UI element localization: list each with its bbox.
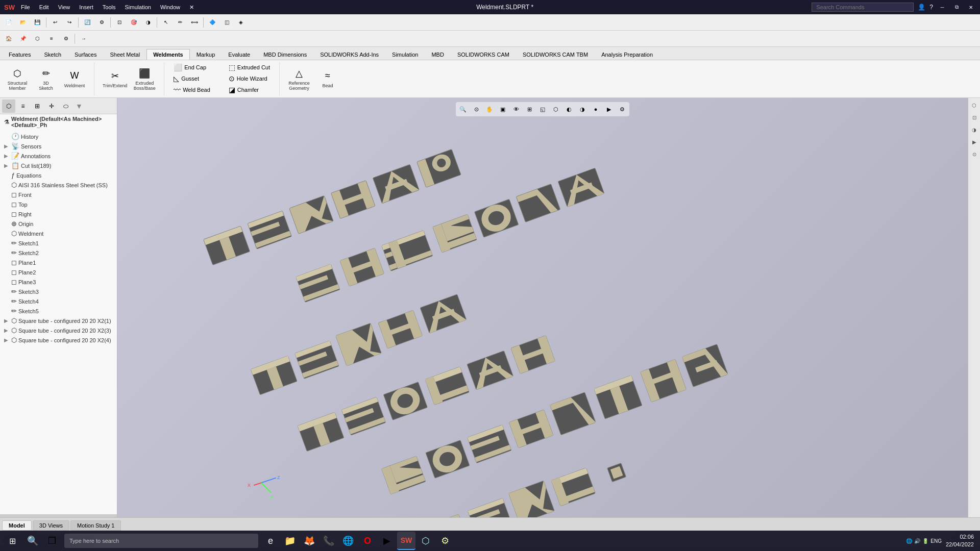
sketch-button[interactable]: ✏: [174, 16, 187, 29]
structural-member-button[interactable]: ⬡ StructuralMember: [4, 65, 31, 93]
bead-button[interactable]: ≈ Bead: [314, 68, 341, 90]
taskbar-media[interactable]: ▶: [378, 532, 396, 550]
tree-item-sensors[interactable]: ▶📡Sensors: [0, 141, 117, 151]
user-icon[interactable]: 👤: [918, 4, 925, 11]
tree-item-history[interactable]: 🕐History: [0, 132, 117, 141]
open-button[interactable]: 📂: [16, 16, 30, 29]
tree-item-sq-tube-1[interactable]: ▶⬡Square tube - configured 20 20 X2(1): [0, 316, 117, 325]
taskbar-app3[interactable]: ⚙: [436, 532, 454, 550]
cam-feature-icon[interactable]: ✛: [45, 99, 58, 113]
rp-btn3[interactable]: ◑: [969, 124, 979, 135]
tree-item-sketch2[interactable]: ✏Sketch2: [0, 248, 117, 258]
section-view-button[interactable]: ◫: [220, 16, 233, 29]
tab-analysis[interactable]: Analysis Preparation: [595, 49, 659, 60]
tb2-settings[interactable]: ⚙: [59, 32, 72, 45]
taskbar-edge[interactable]: e: [261, 532, 280, 550]
viewport[interactable]: 🔍 ⊙ ✋ ▣ 👁 ⊞ ◱ ⬡ ◐ ◑ ● ▶ ⚙: [117, 98, 968, 517]
tab-model[interactable]: Model: [2, 520, 32, 531]
tree-item-right[interactable]: ◻Right: [0, 209, 117, 219]
ref-geometry-button[interactable]: △ ReferenceGeometry: [286, 65, 312, 93]
hole-wizard-button[interactable]: ⊙ Hole Wizard: [226, 73, 271, 84]
feature-tree-icon[interactable]: ⬡: [2, 99, 15, 113]
trim-extend-button[interactable]: ✂ Trim/Extend: [101, 68, 129, 90]
rp-btn1[interactable]: ⬡: [969, 100, 979, 110]
tree-item-sketch5[interactable]: ✏Sketch5: [0, 306, 117, 316]
home-button[interactable]: 🏠: [2, 32, 15, 45]
dimension-button[interactable]: ⟺: [188, 16, 201, 29]
tab-motion-study[interactable]: Motion Study 1: [70, 520, 121, 531]
restore-button[interactable]: ⧉: [951, 2, 962, 12]
menu-file[interactable]: File: [17, 3, 34, 12]
tab-surfaces[interactable]: Surfaces: [68, 49, 103, 60]
search-bar[interactable]: Type here to search: [64, 534, 258, 548]
save-button[interactable]: 💾: [31, 16, 44, 29]
taskbar-explorer[interactable]: 📁: [281, 532, 299, 550]
zoom-fit-button[interactable]: ⊡: [113, 16, 126, 29]
undo-button[interactable]: ↩: [48, 16, 62, 29]
panel-resize-handle[interactable]: [0, 514, 117, 517]
view-orient-button[interactable]: 🎯: [127, 16, 140, 29]
taskbar-sw[interactable]: SW: [397, 532, 415, 550]
tab-simulation[interactable]: Simulation: [385, 49, 425, 60]
rp-btn5[interactable]: ⊙: [969, 149, 979, 159]
tab-features[interactable]: Features: [2, 49, 37, 60]
tree-item-plane3[interactable]: ◻Plane3: [0, 277, 117, 287]
tab-sw-cam[interactable]: SOLIDWORKS CAM: [451, 49, 516, 60]
close-button[interactable]: ✕: [966, 2, 976, 12]
menu-edit[interactable]: Edit: [35, 3, 53, 12]
new-button[interactable]: 📄: [2, 16, 15, 29]
tree-item-cut-list[interactable]: ▶📋Cut list(189): [0, 161, 117, 170]
tree-item-plane1[interactable]: ◻Plane1: [0, 258, 117, 267]
minimize-button[interactable]: ─: [937, 2, 947, 12]
select-button[interactable]: ↖: [159, 16, 173, 29]
material-button[interactable]: 🔷: [206, 16, 219, 29]
weld-bead-button[interactable]: 〰 Weld Bead: [170, 85, 213, 95]
tb2-btn1[interactable]: ⬡: [31, 32, 44, 45]
3dsketch-button[interactable]: ✏ 3DSketch: [33, 65, 59, 93]
display-manager-icon[interactable]: ⬭: [59, 99, 72, 113]
rp-btn4[interactable]: ▶: [969, 137, 979, 147]
tb2-btn2[interactable]: ≡: [45, 32, 58, 45]
command-search[interactable]: [812, 3, 914, 12]
tab-sheet-metal[interactable]: Sheet Metal: [103, 49, 146, 60]
lang-indicator[interactable]: ENG: [930, 538, 942, 544]
extruded-cut-button[interactable]: ⬚ Extruded Cut: [226, 62, 273, 72]
tab-sw-cam-tbm[interactable]: SOLIDWORKS CAM TBM: [516, 49, 595, 60]
tree-item-sketch4[interactable]: ✏Sketch4: [0, 296, 117, 306]
display-button[interactable]: ◑: [141, 16, 155, 29]
pin-button[interactable]: 📌: [16, 32, 30, 45]
start-button[interactable]: ⊞: [2, 531, 22, 551]
tree-item-equations[interactable]: ƒEquations: [0, 170, 117, 180]
tab-sketch[interactable]: Sketch: [37, 49, 68, 60]
taskbar-chrome[interactable]: 🌐: [339, 532, 357, 550]
rp-btn2[interactable]: ⊡: [969, 112, 979, 122]
tree-item-weldment[interactable]: ⬡Weldment: [0, 229, 117, 238]
extruded-boss-button[interactable]: ⬛ ExtrudedBoss/Base: [131, 65, 158, 93]
tree-item-plane2[interactable]: ◻Plane2: [0, 267, 117, 277]
tab-weldments[interactable]: Weldments: [146, 49, 189, 60]
taskbar-app2[interactable]: ⬡: [416, 532, 435, 550]
options-button[interactable]: ⚙: [95, 16, 108, 29]
menu-insert[interactable]: Insert: [75, 3, 97, 12]
tab-3dviews[interactable]: 3D Views: [33, 520, 69, 531]
taskbar-search[interactable]: 🔍: [23, 532, 42, 550]
tree-item-origin[interactable]: ⊕Origin: [0, 219, 117, 229]
taskbar-opera[interactable]: O: [358, 532, 377, 550]
menu-close[interactable]: ✕: [185, 3, 198, 12]
tb2-arrow[interactable]: →: [77, 32, 90, 45]
menu-window[interactable]: Window: [156, 3, 184, 12]
taskbar-taskview[interactable]: ❒: [43, 532, 61, 550]
menu-tools[interactable]: Tools: [99, 3, 120, 12]
weldment-button[interactable]: W Weldment: [61, 68, 88, 90]
tree-item-front[interactable]: ◻Front: [0, 190, 117, 199]
tab-mbd-dim[interactable]: MBD Dimensions: [257, 49, 313, 60]
gusset-button[interactable]: ◺ Gusset: [170, 73, 202, 84]
help-icon[interactable]: ?: [929, 4, 933, 11]
tree-item-sketch1[interactable]: ✏Sketch1: [0, 238, 117, 248]
tab-evaluate[interactable]: Evaluate: [222, 49, 257, 60]
tree-item-sq-tube-2[interactable]: ▶⬡Square tube - configured 20 20 X2(3): [0, 325, 117, 335]
model-items-button[interactable]: ◈: [234, 16, 248, 29]
tree-item-sq-tube-3[interactable]: ▶⬡Square tube - configured 20 20 X2(4): [0, 335, 117, 345]
taskbar-viber[interactable]: 📞: [320, 532, 338, 550]
tree-item-annotations[interactable]: ▶📝Annotations: [0, 151, 117, 161]
